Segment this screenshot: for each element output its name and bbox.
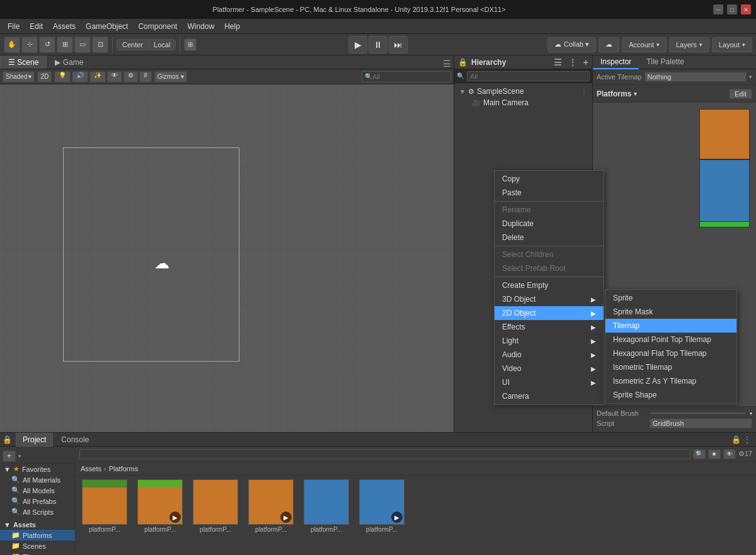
- hierarchy-options-icon[interactable]: ☰: [554, 57, 562, 67]
- project-search-icon[interactable]: 🔍: [693, 449, 706, 459]
- pause-button[interactable]: ⏸: [369, 36, 387, 54]
- overlay-toggle[interactable]: 👁: [107, 71, 122, 83]
- sidebar-all-prefabs[interactable]: 🔍 All Prefabs: [0, 496, 75, 506]
- play-button[interactable]: ▶: [348, 36, 367, 54]
- rotate-tool[interactable]: ↺: [39, 37, 55, 53]
- light-toggle[interactable]: 💡: [54, 71, 71, 83]
- layout-button[interactable]: Layout ▾: [712, 37, 752, 52]
- sidebar-scenes[interactable]: 📁 Scenes: [0, 541, 75, 551]
- project-filter-icon[interactable]: ★: [708, 449, 721, 459]
- ctx-3d-object[interactable]: 3D Object▶: [495, 292, 604, 306]
- submenu-sprite-mask[interactable]: Sprite Mask: [605, 305, 736, 319]
- tilemap-dropdown-icon[interactable]: ▾: [749, 74, 752, 80]
- menu-help[interactable]: Help: [219, 19, 245, 33]
- transform-tool[interactable]: ⊡: [92, 37, 108, 53]
- menu-window[interactable]: Window: [182, 19, 219, 33]
- platforms-dropdown-icon[interactable]: ▾: [634, 91, 637, 97]
- sidebar-favorites[interactable]: ▼ ★ Favorites: [0, 464, 75, 474]
- tab-inspector[interactable]: Inspector: [593, 55, 639, 69]
- hierarchy-search-input[interactable]: [467, 71, 590, 81]
- local-button[interactable]: Local: [149, 40, 175, 50]
- ctx-paste[interactable]: Paste: [495, 186, 604, 200]
- asset-item-2[interactable]: platformP...: [190, 479, 241, 533]
- ctx-create-empty[interactable]: Create Empty: [495, 278, 604, 292]
- move-tool[interactable]: ⊹: [21, 37, 38, 53]
- menu-gameobject[interactable]: GameObject: [81, 19, 133, 33]
- ctx-ui[interactable]: UI▶: [495, 375, 604, 389]
- layers-button[interactable]: Layers ▾: [669, 37, 709, 52]
- submenu-isometric[interactable]: Isometric Tilemap: [605, 360, 736, 374]
- ctx-light[interactable]: Light▶: [495, 334, 604, 348]
- asset-item-0[interactable]: platformP...: [79, 479, 130, 533]
- submenu-hex-point-top[interactable]: Hexagonal Point Top Tilemap: [605, 333, 736, 346]
- menu-file[interactable]: File: [3, 19, 25, 33]
- project-add-button[interactable]: +: [3, 450, 16, 462]
- sidebar-all-models[interactable]: 🔍 All Models: [0, 485, 75, 496]
- sidebar-assets[interactable]: ▼ Assets: [0, 520, 75, 530]
- sidebar-platforms[interactable]: 📁 Platforms: [0, 530, 75, 541]
- submenu-tilemap[interactable]: Tilemap: [605, 319, 736, 333]
- effects-toggle[interactable]: ✨: [89, 71, 106, 83]
- scene-options-icon[interactable]: ⋮: [581, 88, 587, 95]
- gizmos-dropdown[interactable]: Gizmos ▾: [154, 71, 187, 83]
- submenu-hex-flat-top[interactable]: Hexagonal Flat Top Tilemap: [605, 346, 736, 360]
- sidebar-all-materials[interactable]: 🔍 All Materials: [0, 474, 75, 485]
- scene-search-input[interactable]: [372, 73, 448, 81]
- ctx-copy[interactable]: Copy: [495, 172, 604, 186]
- asset-item-4[interactable]: platformP...: [301, 479, 352, 533]
- project-search-input[interactable]: [79, 449, 690, 459]
- close-button[interactable]: ✕: [741, 4, 751, 14]
- extra-tool-btn[interactable]: ⊞: [184, 38, 197, 51]
- bottom-options-icon[interactable]: ⋮: [743, 435, 751, 444]
- sidebar-tilemap[interactable]: 📁 Tilemap: [0, 551, 75, 555]
- ctx-camera[interactable]: Camera: [495, 389, 604, 403]
- hierarchy-menu-icon[interactable]: ⋮: [568, 57, 577, 67]
- project-eye-icon[interactable]: 👁: [723, 449, 736, 459]
- ctx-video[interactable]: Video▶: [495, 362, 604, 375]
- bottom-lock2-icon[interactable]: 🔒: [731, 435, 741, 444]
- submenu-sprite-shape[interactable]: Sprite Shape: [605, 388, 736, 402]
- hierarchy-item-samplescene[interactable]: ▼ ⚙ SampleScene ⋮: [454, 86, 592, 97]
- account-button[interactable]: Account ▾: [622, 37, 667, 52]
- panel-options-icon[interactable]: ☰: [443, 59, 451, 69]
- menu-component[interactable]: Component: [133, 19, 182, 33]
- platforms-edit-button[interactable]: Edit: [729, 89, 752, 99]
- 2d-toggle[interactable]: 2D: [37, 71, 52, 83]
- submenu-isometric-z[interactable]: Isometric Z As Y Tilemap: [605, 374, 736, 388]
- asset-item-1[interactable]: ▶ platformP...: [135, 479, 185, 533]
- asset-item-3[interactable]: ▶ platformP...: [246, 479, 296, 533]
- ctx-2d-object[interactable]: 2D Object▶: [495, 306, 604, 320]
- scene-canvas[interactable]: ☁: [0, 84, 454, 432]
- hand-tool[interactable]: ✋: [4, 37, 20, 53]
- ctx-duplicate[interactable]: Duplicate: [495, 217, 604, 231]
- step-button[interactable]: ⏭: [389, 36, 408, 54]
- tab-tile-palette[interactable]: Tile Palette: [639, 55, 692, 69]
- tab-project[interactable]: Project: [16, 433, 53, 447]
- grid-toggle[interactable]: #: [139, 71, 152, 83]
- extra-toggle[interactable]: ⚙: [123, 71, 138, 83]
- brush-dropdown-icon[interactable]: ▾: [750, 411, 752, 416]
- menu-assets[interactable]: Assets: [48, 19, 81, 33]
- sidebar-all-scripts[interactable]: 🔍 All Scripts: [0, 506, 75, 517]
- tab-game[interactable]: ▶ Game: [47, 55, 91, 69]
- collab-button[interactable]: ☁ Collab ▾: [547, 37, 596, 52]
- ctx-audio[interactable]: Audio▶: [495, 348, 604, 362]
- audio-toggle[interactable]: 🔊: [72, 71, 88, 83]
- maximize-button[interactable]: □: [727, 4, 737, 14]
- hierarchy-item-maincamera[interactable]: 🎥 Main Camera: [454, 97, 592, 108]
- cloud-button[interactable]: ☁: [598, 37, 619, 52]
- shading-dropdown[interactable]: Shaded ▾: [3, 71, 35, 83]
- hierarchy-add-icon[interactable]: +: [583, 57, 588, 67]
- asset-item-5[interactable]: ▶ platformP...: [357, 479, 407, 533]
- ctx-delete[interactable]: Delete: [495, 231, 604, 244]
- submenu-sprite[interactable]: Sprite: [605, 291, 736, 305]
- tab-console[interactable]: Console: [54, 433, 96, 447]
- minimize-button[interactable]: ─: [713, 4, 723, 14]
- scale-tool[interactable]: ⊞: [57, 37, 73, 53]
- tab-scene[interactable]: ☰ Scene: [0, 55, 47, 69]
- ctx-effects[interactable]: Effects▶: [495, 320, 604, 334]
- project-add-arrow[interactable]: ▾: [18, 453, 21, 459]
- center-button[interactable]: Center: [117, 40, 149, 50]
- menu-edit[interactable]: Edit: [25, 19, 48, 33]
- rect-tool[interactable]: ▭: [74, 37, 91, 53]
